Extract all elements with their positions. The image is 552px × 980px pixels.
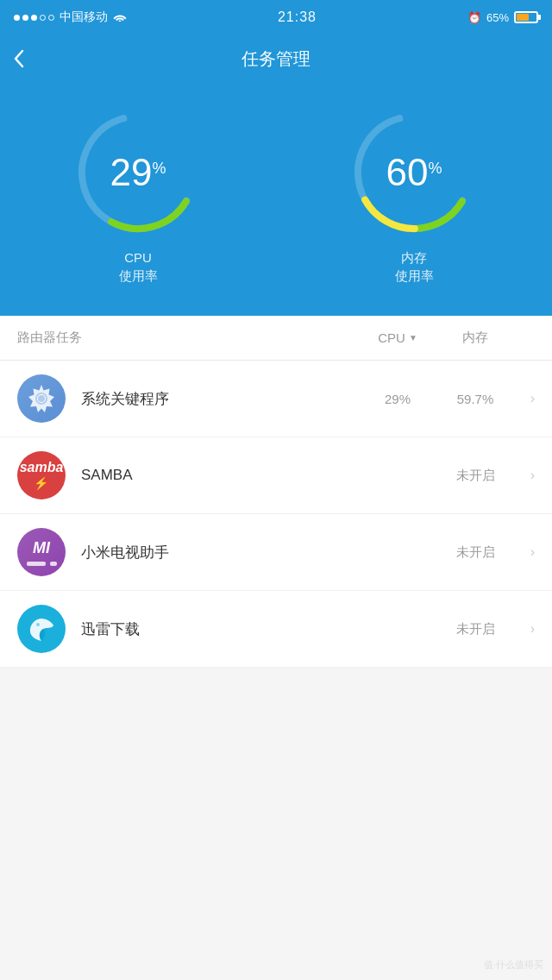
task-table: 路由器任务 CPU ▼ 内存 系统关键程序 29% 59.7% › samba … (0, 316, 552, 668)
status-right: ⏰ 65% (467, 11, 538, 24)
cpu-label1: CPU (119, 248, 158, 267)
dot4 (40, 15, 46, 21)
time-display: 21:38 (278, 9, 317, 25)
list-item[interactable]: MI 小米电视助手 未开启 › (0, 514, 552, 591)
system-app-icon (17, 374, 66, 423)
chevron-icon-mi: › (514, 544, 535, 560)
sort-arrow-icon: ▼ (409, 333, 417, 342)
app-name-mi: 小米电视助手 (81, 543, 359, 562)
battery-fill (517, 14, 529, 21)
cpu-gauge-container: 29 % CPU 使用率 (69, 104, 207, 285)
battery-indicator (514, 11, 538, 23)
mem-val-system: 59.7% (436, 392, 514, 406)
mem-val-samba: 未开启 (436, 468, 514, 484)
wifi-icon (113, 10, 127, 24)
dot3 (31, 15, 37, 21)
bird-icon (26, 613, 57, 644)
mem-val-mi: 未开启 (436, 544, 514, 561)
thunder-app-icon (17, 605, 66, 653)
page-title: 任务管理 (242, 47, 310, 71)
chevron-icon-samba: › (514, 468, 535, 483)
mem-label: 内存 使用率 (395, 248, 434, 285)
chevron-icon-system: › (514, 391, 535, 406)
col-mem-header: 内存 (436, 330, 514, 346)
mem-gauge: 60 % (345, 104, 483, 242)
cpu-label: CPU 使用率 (119, 248, 158, 285)
cpu-value: 29 (110, 154, 153, 192)
samba-text: samba (20, 461, 64, 474)
samba-lightning-icon: ⚡ (34, 476, 48, 490)
signal-dots (14, 15, 54, 21)
list-item[interactable]: 系统关键程序 29% 59.7% › (0, 361, 552, 437)
mem-unit: % (428, 160, 442, 176)
svg-point-8 (36, 623, 40, 626)
battery-label: 65% (486, 11, 509, 24)
carrier-label: 中国移动 (60, 9, 108, 25)
table-header: 路由器任务 CPU ▼ 内存 (0, 316, 552, 361)
cpu-val-system: 29% (359, 392, 436, 406)
page-header: 任务管理 (0, 35, 552, 83)
battery-shell (514, 11, 538, 23)
mi-logo-text: MI (33, 539, 50, 557)
dot5 (48, 15, 54, 21)
gear-icon (28, 385, 55, 412)
mem-gauge-inner: 60 % (386, 154, 442, 192)
list-item[interactable]: samba ⚡ SAMBA 未开启 › (0, 437, 552, 514)
mem-gauge-container: 60 % 内存 使用率 (345, 104, 483, 285)
back-button[interactable] (14, 49, 24, 68)
cpu-gauge: 29 % (69, 104, 207, 242)
list-item[interactable]: 迅雷下载 未开启 › (0, 591, 552, 668)
col-cpu-header[interactable]: CPU ▼ (359, 330, 436, 345)
mi-icon-inner: MI (27, 539, 57, 566)
app-name-thunder: 迅雷下载 (81, 619, 359, 639)
chevron-icon-thunder: › (514, 621, 535, 637)
dot1 (14, 15, 20, 21)
status-bar: 中国移动 21:38 ⏰ 65% (0, 0, 552, 35)
mem-val-thunder: 未开启 (436, 621, 514, 638)
mem-label1: 内存 (395, 248, 434, 267)
app-name-samba: SAMBA (81, 467, 359, 484)
mi-app-icon: MI (17, 528, 66, 576)
mem-label2: 使用率 (395, 267, 434, 285)
mi-bar1 (27, 562, 46, 566)
gauge-section: 29 % CPU 使用率 60 % (0, 83, 552, 316)
status-left: 中国移动 (14, 9, 127, 25)
app-name-system: 系统关键程序 (81, 389, 359, 409)
cpu-gauge-inner: 29 % (110, 154, 166, 192)
samba-app-icon: samba ⚡ (17, 451, 66, 499)
cpu-unit: % (152, 160, 166, 176)
watermark: 值·什么值得买 (484, 958, 543, 971)
col-name-header: 路由器任务 (17, 330, 359, 346)
mi-bar2 (50, 562, 57, 566)
alarm-icon: ⏰ (467, 11, 481, 24)
dot2 (22, 15, 28, 21)
svg-point-7 (38, 395, 45, 402)
mem-value: 60 (386, 154, 429, 192)
cpu-label2: 使用率 (119, 267, 158, 285)
